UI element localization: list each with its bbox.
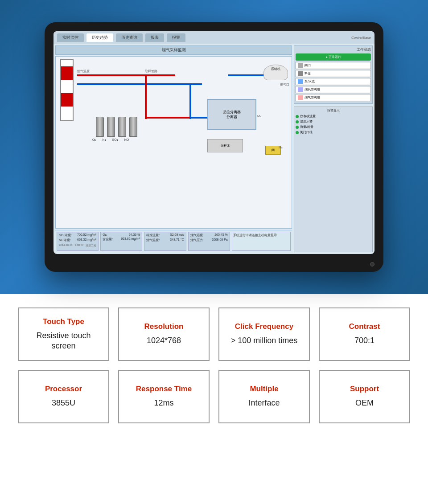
label-m2: M₂ [279, 146, 283, 149]
card-multiple-value: Interface [248, 398, 280, 408]
status-group-2: O₂:54.36 % 含尘量:663.62 mg/m³ [100, 232, 142, 251]
card-processor: Processor 3855U [18, 370, 109, 423]
label-temp: 烟气温度 [77, 69, 90, 74]
alert-row-2: 温度示警 [296, 119, 371, 124]
ctrl-btn-1[interactable]: 阀门 [296, 62, 371, 69]
pipe-blue-v1 [189, 83, 191, 119]
cylinder-1 [96, 117, 104, 137]
tower [58, 59, 76, 130]
card-processor-value: 3855U [52, 398, 75, 408]
alert-section: 报警显示 仪表板流量 温度示警 流量/机量 [294, 107, 373, 252]
card-multiple-title: Multiple [250, 385, 278, 393]
monitor-frame: 实时监控 历史趋势 历史查询 报表 报警 ControlEase 烟气采样监测 [45, 22, 383, 272]
alert-row-1: 仪表板流量 [296, 114, 371, 119]
running-status-btn: ● 正常运行 [296, 53, 371, 61]
card-resolution-title: Resolution [144, 322, 184, 331]
screen-main: 烟气采样监测 [54, 44, 374, 254]
card-contrast: Contrast 700:1 [319, 307, 410, 361]
pipe-red-top [77, 74, 175, 76]
screen-logo: ControlEase [351, 36, 371, 40]
cards-section: Touch Type Resistive touch screen Resolu… [0, 294, 428, 446]
ctrl-btn-4[interactable]: 烟风管阀组 [296, 86, 371, 93]
cylinder-3 [118, 117, 126, 137]
label-right: 排气口 [280, 82, 289, 87]
screen-status-bar: SO₂浓度:700.52 mg/m³ NO浓度:663.32 mg/m³ 201… [55, 230, 292, 252]
ctrl-btn-5[interactable]: 烟气管阀组 [296, 94, 371, 101]
bottom-box: 采样泵 [207, 139, 243, 152]
card-touch-type-title: Touch Type [43, 317, 84, 326]
compressor: 压缩机 [263, 65, 288, 80]
card-support-title: Support [350, 385, 379, 393]
card-contrast-value: 700:1 [354, 336, 374, 346]
tower-body [60, 59, 74, 121]
card-touch-type: Touch Type Resistive touch screen [18, 307, 109, 361]
cylinder-2 [107, 117, 115, 137]
card-click-frequency-title: Click Frequency [235, 322, 293, 331]
monitor-screen: 实时监控 历史趋势 历史查询 报表 报警 ControlEase 烟气采样监测 [54, 31, 374, 254]
card-response-time: Response Time 12ms [118, 370, 210, 423]
right-status-section: 工作状态 ● 正常运行 阀门 料金 泵/水流 烟风管阀组 烟气管阀组 [294, 45, 373, 104]
filter-box: 品位分离器分离器 [207, 99, 256, 130]
screen-tab-alarm[interactable]: 报警 [167, 33, 185, 42]
card-response-time-title: Response Time [136, 385, 192, 393]
card-resolution-value: 1024*768 [147, 336, 181, 346]
card-resolution: Resolution 1024*768 [118, 307, 210, 361]
card-touch-type-value: Resistive touch screen [24, 331, 103, 352]
alert-row-4: 闸门口径 [296, 130, 371, 135]
monitor-camera [370, 262, 374, 266]
ctrl-btn-3[interactable]: 泵/水流 [296, 78, 371, 85]
screen-right-panel: 工作状态 ● 正常运行 阀门 料金 泵/水流 烟风管阀组 烟气管阀组 报警显示 [294, 45, 373, 252]
card-processor-title: Processor [45, 385, 82, 393]
alert-section-title: 报警显示 [296, 108, 371, 113]
cards-row-1: Touch Type Resistive touch screen Resolu… [18, 307, 410, 361]
status-group-3: 标准流量:52.09 m/s 烟气温度:348.71 °C [144, 232, 186, 251]
alert-row-3: 流量/机量 [296, 125, 371, 129]
card-click-frequency: Click Frequency > 100 million times [218, 307, 310, 361]
pipe-blue-top [77, 83, 202, 85]
card-support: Support OEM [319, 370, 410, 423]
screen-diagram-title: 烟气采样监测 [55, 45, 292, 55]
screen-tab-report[interactable]: 报表 [145, 33, 164, 42]
label-flow: 取样管路 [145, 69, 157, 74]
card-contrast-title: Contrast [349, 322, 380, 331]
status-group-4: 烟气湿度:265.45 % 烟气压力:2008.08 Pa [188, 232, 230, 251]
screen-tab-realtime[interactable]: 实时监控 [57, 33, 84, 42]
pipe-red-v1 [145, 74, 147, 119]
label-m1: M₁ [257, 115, 261, 118]
card-click-frequency-value: > 100 million times [231, 336, 298, 346]
screen-topbar: 实时监控 历史趋势 历史查询 报表 报警 ControlEase [54, 31, 374, 44]
pipe-blue-h2 [189, 117, 207, 119]
screen-tab-history-query[interactable]: 历史查询 [116, 33, 143, 42]
card-response-time-value: 12ms [154, 398, 173, 408]
screen-tab-history-trend[interactable]: 历史趋势 [86, 33, 113, 42]
cards-row-2: Processor 3855U Response Time 12ms Multi… [18, 370, 410, 423]
screen-content: 实时监控 历史趋势 历史查询 报表 报警 ControlEase 烟气采样监测 [54, 31, 374, 254]
scada-diagram: O₂N₂SO₂NO 品位分离器分离器 压缩机 采样泵 阀 [55, 56, 292, 229]
pipe-blue-right [228, 74, 263, 76]
screen-left: 烟气采样监测 [55, 45, 292, 252]
top-section: 🏛 Online Store 实时监控 历史趋势 历史查询 报表 报警 Cont… [0, 0, 428, 294]
cylinder-labels: O₂N₂SO₂NO [92, 138, 129, 142]
ctrl-btn-2[interactable]: 料金 [296, 70, 371, 77]
cylinder-4 [129, 117, 137, 137]
status-note: 系统运行中请连接主机电量显示 [232, 232, 291, 251]
card-multiple-interface: Multiple Interface [218, 370, 310, 423]
card-support-value: OEM [355, 398, 374, 408]
status-group-1: SO₂浓度:700.52 mg/m³ NO浓度:663.32 mg/m³ 201… [57, 232, 99, 251]
right-panel-title: 工作状态 [296, 47, 371, 52]
